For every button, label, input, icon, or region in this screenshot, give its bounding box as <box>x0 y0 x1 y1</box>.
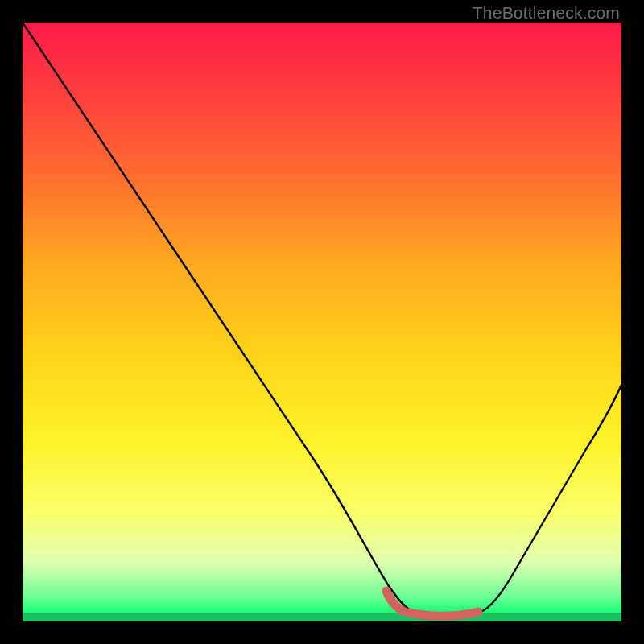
optimal-zone-marker <box>386 591 478 616</box>
watermark-text: TheBottleneck.com <box>473 3 620 23</box>
chart-frame: TheBottleneck.com <box>0 0 644 644</box>
plot-area <box>23 23 621 621</box>
bottleneck-curve <box>23 23 621 617</box>
curve-layer <box>23 23 621 621</box>
